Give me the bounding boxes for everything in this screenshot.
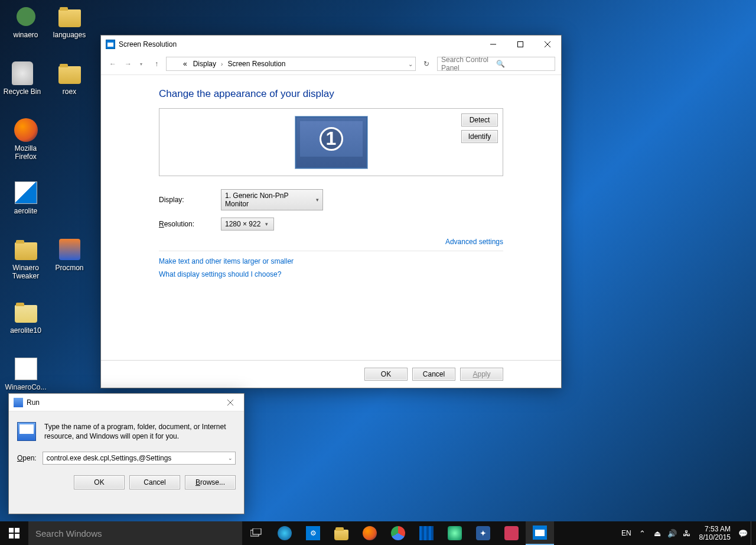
clock[interactable]: 7:53 AM 8/10/2015 xyxy=(695,525,735,541)
window-title: Run xyxy=(27,398,40,407)
refresh-button[interactable]: ↻ xyxy=(419,57,434,70)
desktop-icon-label: aerolite10 xyxy=(4,326,48,335)
apply-button[interactable]: Apply xyxy=(460,368,503,381)
search-icon: 🔍 xyxy=(496,60,551,68)
svg-rect-1 xyxy=(518,42,523,47)
maximize-button[interactable] xyxy=(507,35,534,53)
desktop-icon-firefox[interactable]: Mozilla Firefox xyxy=(4,118,48,161)
svg-rect-6 xyxy=(9,528,14,533)
taskbar-settings[interactable]: ⚙ xyxy=(299,521,327,545)
minimize-button[interactable] xyxy=(480,35,507,53)
taskbar-search[interactable]: Search Windows xyxy=(28,521,242,545)
forward-button[interactable]: → xyxy=(122,58,134,70)
taskbar-file-explorer[interactable] xyxy=(327,521,356,545)
titlebar[interactable]: Screen Resolution xyxy=(101,35,561,53)
search-input[interactable]: Search Control Panel 🔍 xyxy=(437,57,555,71)
desktop-icon-label: Recycle Bin xyxy=(0,87,44,96)
desktop-icon-label: languages xyxy=(47,31,92,39)
breadcrumb-display[interactable]: Display xyxy=(192,59,217,69)
close-button[interactable] xyxy=(534,35,561,53)
svg-rect-7 xyxy=(15,528,19,533)
language-indicator[interactable]: EN xyxy=(618,529,635,537)
system-tray: EN ⌃ ⏏ 🔊 🖧 7:53 AM 8/10/2015 💬 xyxy=(618,521,756,545)
tray-chevron-icon[interactable]: ⌃ xyxy=(636,521,650,545)
text-size-link[interactable]: Make text and other items larger or smal… xyxy=(159,257,294,265)
desktop-icon-winaeroco[interactable]: ⚙WinaeroCo... xyxy=(4,357,48,391)
ok-button[interactable]: OK xyxy=(74,475,125,489)
browse-button[interactable]: Browse... xyxy=(185,475,236,489)
tray-usb-icon[interactable]: ⏏ xyxy=(650,521,664,545)
resolution-select[interactable]: 756 × 545▾ xyxy=(221,218,274,231)
cancel-button[interactable]: Cancel xyxy=(129,475,180,489)
cancel-button[interactable]: Cancel xyxy=(412,368,455,381)
display-row: Display: 1. Generic Non-PnP Monitor▾ xyxy=(159,189,503,210)
content-area: Change the appearance of your display 1 … xyxy=(101,75,561,286)
desktop-icon-label: Procmon xyxy=(47,264,92,272)
resolution-label: Resolution: xyxy=(159,220,221,228)
address-bar[interactable]: « Display › Screen Resolution ⌄ xyxy=(166,57,416,71)
display-select[interactable]: 1. Generic Non-PnP Monitor▾ xyxy=(221,189,323,210)
titlebar[interactable]: Run xyxy=(9,394,244,411)
desktop-icon-languages[interactable]: languages xyxy=(47,5,92,39)
resolution-value: 756 × 545 xyxy=(225,220,260,228)
desktop-icon-winaero[interactable]: winaero xyxy=(4,5,48,39)
clock-date: 8/10/2015 xyxy=(699,533,731,541)
breadcrumb-prefix: « xyxy=(182,59,188,69)
svg-rect-11 xyxy=(253,528,261,534)
desktop-icon-procmon[interactable]: Procmon xyxy=(47,238,92,272)
taskbar-control-panel[interactable] xyxy=(526,521,554,545)
close-button[interactable] xyxy=(217,394,244,411)
taskbar-chrome[interactable] xyxy=(384,521,412,545)
taskbar-firefox[interactable] xyxy=(356,521,384,545)
back-button[interactable]: ← xyxy=(107,58,119,70)
start-button[interactable] xyxy=(0,521,28,545)
desktop-icon-aerolite10[interactable]: aerolite10 xyxy=(4,300,48,335)
desktop-icon-label: Winaero Tweaker xyxy=(4,264,48,280)
control-panel-icon xyxy=(169,59,178,69)
divider xyxy=(159,251,503,251)
up-button[interactable]: ↑ xyxy=(151,58,162,70)
open-value: control.exe desk.cpl,Settings,@Settings xyxy=(47,454,172,462)
search-placeholder: Search Windows xyxy=(35,528,102,538)
desktop-icon-recycle-bin[interactable]: Recycle Bin xyxy=(0,61,44,96)
desktop-icon-label: roex xyxy=(47,87,92,96)
taskbar-app2[interactable] xyxy=(441,521,469,545)
chevron-down-icon[interactable]: ⌄ xyxy=(228,455,233,461)
display-label: Display: xyxy=(159,196,221,204)
history-dropdown[interactable]: ▾ xyxy=(135,58,147,70)
windows-logo-icon xyxy=(9,528,19,538)
desktop-icon-aerolite[interactable]: aerolite xyxy=(4,181,48,215)
desktop-icon-label: Mozilla Firefox xyxy=(4,144,48,161)
desktop-icon-winaero-tweaker[interactable]: Winaero Tweaker xyxy=(4,238,48,280)
open-label: Open: xyxy=(17,454,37,462)
chevron-down-icon: ▾ xyxy=(265,221,268,227)
monitor-number: 1 xyxy=(320,127,343,151)
window-title: Screen Resolution xyxy=(119,40,177,48)
chevron-down-icon[interactable]: ⌄ xyxy=(408,61,413,67)
show-desktop-button[interactable] xyxy=(751,521,754,545)
taskbar-app3[interactable]: ✦ xyxy=(469,521,497,545)
screen-resolution-window: Screen Resolution ← → ▾ ↑ « Display › Sc… xyxy=(100,35,562,388)
toolbar: ← → ▾ ↑ « Display › Screen Resolution ⌄ … xyxy=(101,53,561,75)
taskbar-edge[interactable] xyxy=(271,521,299,545)
open-input[interactable]: control.exe desk.cpl,Settings,@Settings … xyxy=(43,452,236,465)
action-center-icon[interactable]: 💬 xyxy=(736,521,750,545)
clock-time: 7:53 AM xyxy=(699,525,731,533)
desktop-icon-roex[interactable]: roex xyxy=(47,61,92,96)
ok-button[interactable]: OK xyxy=(364,368,408,381)
resolution-row: Resolution: 756 × 545▾ xyxy=(159,218,503,231)
identify-button[interactable]: Identify xyxy=(461,130,498,143)
page-title: Change the appearance of your display xyxy=(159,88,503,100)
desktop-icon-label: WinaeroCo... xyxy=(4,383,48,391)
monitor-thumbnail[interactable]: 1 xyxy=(295,116,367,168)
detect-button[interactable]: Detect xyxy=(461,113,498,126)
chevron-right-icon: › xyxy=(221,61,223,67)
task-view-button[interactable] xyxy=(242,521,271,545)
advanced-settings-link[interactable]: Advanced settings xyxy=(445,238,503,246)
tray-network-icon[interactable]: 🖧 xyxy=(680,521,694,545)
breadcrumb-screen-resolution[interactable]: Screen Resolution xyxy=(226,59,286,69)
help-link[interactable]: What display settings should I choose? xyxy=(159,270,281,278)
tray-volume-icon[interactable]: 🔊 xyxy=(665,521,679,545)
taskbar-app4[interactable] xyxy=(497,521,526,545)
taskbar-app1[interactable] xyxy=(412,521,441,545)
